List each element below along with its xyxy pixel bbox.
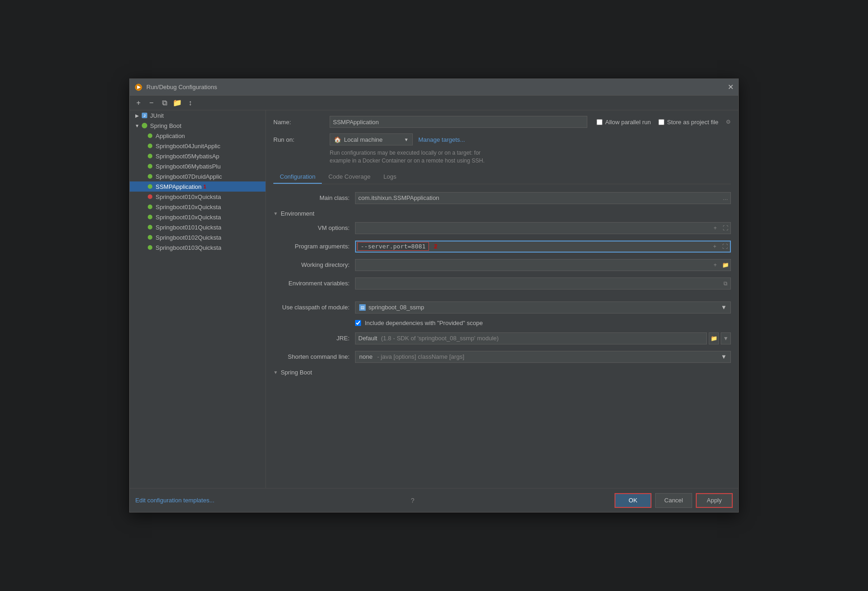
include-deps-checkbox[interactable] [355, 320, 361, 326]
main-class-input[interactable] [356, 193, 720, 204]
tree-item-junit[interactable]: ▶ J JUnit [130, 110, 265, 121]
shorten-cmd-row: Shorten command line: none - java [optio… [273, 350, 731, 363]
dialog-icon [134, 83, 143, 91]
main-class-label: Main class: [273, 194, 350, 201]
env-variables-input[interactable] [356, 278, 720, 289]
name-input[interactable] [330, 116, 587, 128]
tree-item-sb0102[interactable]: Springboot0102Quicksta [130, 232, 265, 242]
spring-boot-arrow-icon: ▼ [273, 370, 278, 375]
tab-logs[interactable]: Logs [377, 170, 403, 184]
env-vars-copy-button[interactable]: ⧉ [720, 278, 730, 289]
vm-options-row: VM options: + ⛶ [273, 222, 731, 235]
apply-button[interactable]: Apply [696, 493, 733, 508]
cancel-button[interactable]: Cancel [655, 493, 692, 508]
sort-button[interactable]: ↕ [185, 98, 195, 108]
run-hint: Run configurations may be executed local… [330, 149, 731, 165]
footer-right: OK Cancel Apply [615, 493, 733, 508]
dialog-toolbar: + − ⧉ 📁 ↕ [130, 96, 738, 110]
allow-parallel-run-row[interactable]: Allow parallel run [597, 119, 651, 126]
tab-configuration[interactable]: Configuration [273, 170, 322, 184]
program-arguments-row: Program arguments: --server.port=8081 2 … [273, 240, 731, 253]
sb06-icon [146, 163, 154, 170]
ssmp-badge: 1 [203, 184, 206, 189]
tree-item-springboot[interactable]: ▼ Spring Boot [130, 121, 265, 131]
allow-parallel-run-label: Allow parallel run [605, 119, 651, 126]
env-variables-input-wrapper: ⧉ [355, 277, 731, 289]
tree-item-ssmpapplication[interactable]: SSMPApplication 1 [130, 181, 265, 192]
springboot-label: Spring Boot [150, 122, 181, 129]
main-class-row: Main class: … [273, 192, 731, 205]
sb06-label: Springboot06MybatisPlu [156, 163, 221, 170]
working-dir-folder-button[interactable]: 📁 [720, 259, 730, 271]
application-label: Application [156, 133, 185, 139]
working-directory-input[interactable] [356, 259, 710, 271]
tree-item-sb0103[interactable]: Springboot0103Quicksta [130, 242, 265, 253]
tree-item-application[interactable]: Application [130, 131, 265, 141]
home-icon: 🏠 [334, 136, 341, 143]
sb05-icon [146, 152, 154, 160]
right-panel: Name: Allow parallel run Store as projec… [266, 110, 738, 488]
spring-boot-section: ▼ Spring Boot [273, 369, 731, 376]
add-config-button[interactable]: + [133, 98, 144, 108]
tab-code-coverage[interactable]: Code Coverage [322, 170, 377, 184]
main-class-more-button[interactable]: … [720, 193, 730, 204]
close-button[interactable]: ✕ [728, 84, 734, 91]
module-icon: ▤ [359, 304, 366, 311]
tree-item-sb010x-3[interactable]: Springboot010xQuicksta [130, 212, 265, 222]
sb05-label: Springboot05MybatisAp [156, 153, 219, 160]
store-project-file-checkbox[interactable] [658, 119, 664, 125]
copy-config-button[interactable]: ⧉ [159, 98, 169, 108]
ok-label: OK [629, 497, 638, 504]
store-gear-icon: ⚙ [726, 119, 731, 125]
classpath-label: Use classpath of module: [273, 304, 350, 311]
jre-input: Default (1.8 - SDK of 'springboot_08_ssm… [355, 332, 707, 344]
right-options: Allow parallel run Store as project file… [597, 119, 731, 126]
tree-item-springboot05[interactable]: Springboot05MybatisAp [130, 151, 265, 161]
tree-item-sb0101[interactable]: Springboot0101Quicksta [130, 222, 265, 232]
allow-parallel-run-checkbox[interactable] [597, 119, 603, 125]
sb010x2-label: Springboot010xQuicksta [156, 204, 221, 211]
program-arguments-value[interactable]: --server.port=8081 [357, 242, 429, 251]
classpath-arrow-icon: ▼ [721, 304, 727, 311]
spring-boot-section-label: Spring Boot [281, 369, 312, 376]
tree-item-springboot04[interactable]: Springboot04JunitApplic [130, 141, 265, 151]
edit-templates-link[interactable]: Edit configuration templates... [135, 497, 214, 504]
program-args-expand-button[interactable]: + [710, 241, 720, 252]
help-button[interactable]: ? [411, 497, 415, 504]
classpath-value: springboot_08_ssmp [368, 304, 424, 311]
vm-options-input[interactable] [356, 223, 710, 234]
program-arguments-label: Program arguments: [273, 243, 350, 250]
sb0102-label: Springboot0102Quicksta [156, 234, 221, 241]
run-on-label: Run on: [273, 136, 324, 143]
dialog-body: ▶ J JUnit ▼ Spring Boot [130, 110, 738, 488]
classpath-dropdown[interactable]: ▤ springboot_08_ssmp ▼ [355, 302, 731, 314]
manage-targets-link[interactable]: Manage targets... [418, 136, 465, 143]
ok-button[interactable]: OK [615, 493, 651, 508]
include-deps-label: Include dependencies with "Provided" sco… [365, 320, 483, 326]
env-variables-label: Environment variables: [273, 280, 350, 287]
run-debug-dialog: Run/Debug Configurations ✕ + − ⧉ 📁 ↕ ▶ J [129, 78, 739, 513]
dialog-titlebar: Run/Debug Configurations ✕ [130, 79, 738, 96]
jre-default-value: Default [358, 335, 377, 342]
jre-dropdown-button[interactable]: ▼ [721, 332, 731, 344]
shorten-cmd-dropdown[interactable]: none - java [options] className [args] ▼ [355, 351, 731, 363]
jre-folder-button[interactable]: 📁 [709, 332, 719, 344]
tree-item-springboot07[interactable]: Springboot07DruidApplic [130, 171, 265, 181]
vm-options-expand-button[interactable]: + [710, 223, 720, 234]
tree-item-sb010x-2[interactable]: Springboot010xQuicksta [130, 202, 265, 212]
store-project-file-row[interactable]: Store as project file [658, 119, 718, 126]
sb0101-label: Springboot0101Quicksta [156, 224, 221, 231]
tree-item-sb010x-1[interactable]: Springboot010xQuicksta [130, 192, 265, 202]
tree-item-springboot06[interactable]: Springboot06MybatisPlu [130, 161, 265, 171]
sb010x2-icon [146, 203, 154, 211]
program-args-fullscreen-button[interactable]: ⛶ [720, 241, 730, 252]
environment-arrow-icon: ▼ [273, 211, 278, 216]
tabs-bar: Configuration Code Coverage Logs [273, 170, 731, 184]
vm-options-fullscreen-button[interactable]: ⛶ [720, 223, 730, 234]
working-directory-row: Working directory: + 📁 [273, 259, 731, 271]
run-on-dropdown[interactable]: 🏠 Local machine ▼ [330, 133, 413, 145]
ssmp-label: SSMPApplication [156, 183, 201, 190]
folder-button[interactable]: 📁 [172, 98, 182, 108]
working-dir-expand-button[interactable]: + [710, 259, 720, 271]
remove-config-button[interactable]: − [146, 98, 157, 108]
